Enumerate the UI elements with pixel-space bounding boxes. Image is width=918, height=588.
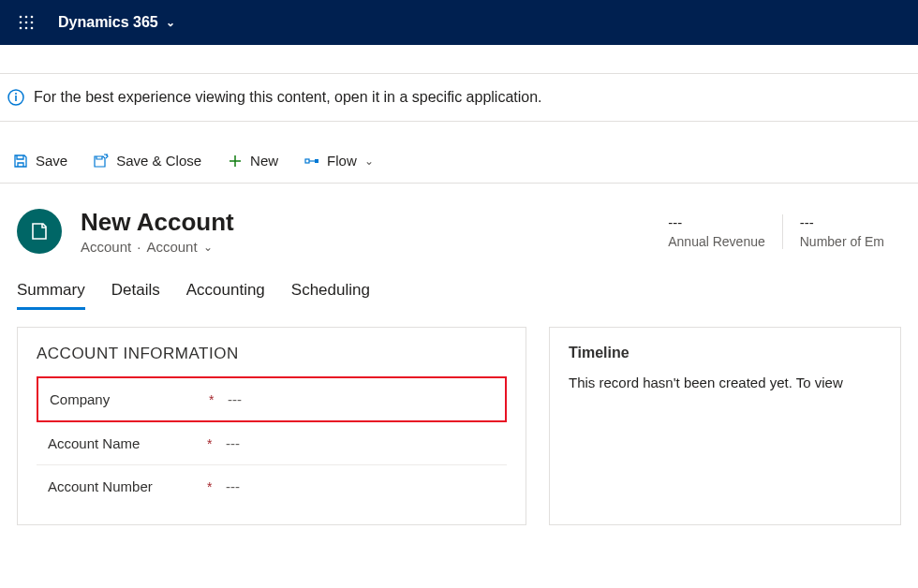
breadcrumb-form: Account [146,239,197,255]
tab-summary[interactable]: Summary [17,281,85,310]
stat-annual-revenue[interactable]: --- Annual Revenue [651,214,782,249]
flow-icon [304,154,319,169]
svg-rect-11 [15,96,17,101]
field-value: --- [228,391,494,407]
svg-point-10 [15,93,17,95]
field-label: Account Number [48,478,207,494]
record-title-block: New Account Account · Account ⌄ [81,208,234,255]
chevron-down-icon: ⌄ [166,16,175,29]
required-indicator: * [209,392,228,407]
svg-point-6 [20,27,22,30]
stat-label: Number of Em [800,234,884,249]
timeline-section: Timeline This record hasn't been created… [549,327,901,525]
save-close-icon [94,154,109,169]
stat-employees[interactable]: --- Number of Em [782,214,901,249]
stat-label: Annual Revenue [668,234,765,249]
svg-rect-13 [315,159,318,163]
header-stats: --- Annual Revenue --- Number of Em [651,214,901,249]
svg-point-2 [31,16,34,19]
content-area: ACCOUNT INFORMATION Company * --- Accoun… [0,310,918,542]
tab-list: Summary Details Accounting Scheduling [0,260,918,310]
field-account-number[interactable]: Account Number * --- [37,465,507,507]
save-close-button[interactable]: Save & Close [94,153,201,169]
timeline-message: This record hasn't been created yet. To … [569,375,881,390]
field-company[interactable]: Company * --- [37,376,507,422]
save-button[interactable]: Save [13,153,67,169]
stat-value: --- [668,214,765,230]
field-value: --- [226,478,496,494]
field-label: Account Name [48,435,207,451]
field-label: Company [50,391,209,407]
timeline-title: Timeline [569,345,881,361]
svg-rect-12 [305,159,309,163]
svg-point-4 [25,22,28,24]
info-icon [7,89,24,106]
field-value: --- [226,435,496,451]
plus-icon [228,154,243,169]
svg-point-3 [20,22,22,24]
required-indicator: * [207,436,226,451]
flow-button[interactable]: Flow ⌄ [304,153,374,169]
field-account-name[interactable]: Account Name * --- [37,422,507,465]
page-title: New Account [81,208,234,237]
command-bar: Save Save & Close New Flow ⌄ [0,139,918,184]
entity-icon [17,209,62,254]
svg-point-0 [20,16,22,19]
new-label: New [250,153,278,169]
flow-label: Flow [327,153,357,169]
svg-point-1 [25,16,28,19]
save-icon [13,154,28,169]
tab-scheduling[interactable]: Scheduling [291,281,370,310]
account-information-section: ACCOUNT INFORMATION Company * --- Accoun… [17,327,526,525]
required-indicator: * [207,479,226,494]
new-button[interactable]: New [228,153,278,169]
chevron-down-icon: ⌄ [203,241,213,254]
save-close-label: Save & Close [116,153,201,169]
svg-point-8 [31,27,34,30]
tab-details[interactable]: Details [111,281,160,310]
chevron-down-icon: ⌄ [364,154,374,168]
notification-text: For the best experience viewing this con… [34,89,542,106]
app-name-dropdown[interactable]: Dynamics 365 ⌄ [58,14,175,31]
notification-bar: For the best experience viewing this con… [0,73,918,122]
app-name-label: Dynamics 365 [58,14,158,31]
svg-point-7 [25,27,28,30]
record-header: New Account Account · Account ⌄ --- Annu… [0,184,918,260]
stat-value: --- [800,214,884,230]
top-navigation-bar: Dynamics 365 ⌄ [0,0,918,45]
breadcrumb[interactable]: Account · Account ⌄ [81,239,234,255]
tab-accounting[interactable]: Accounting [186,281,265,310]
app-launcher-icon[interactable] [11,7,41,37]
breadcrumb-entity: Account [81,239,131,255]
save-label: Save [36,153,67,169]
svg-point-5 [31,22,34,24]
section-title: ACCOUNT INFORMATION [37,345,507,363]
